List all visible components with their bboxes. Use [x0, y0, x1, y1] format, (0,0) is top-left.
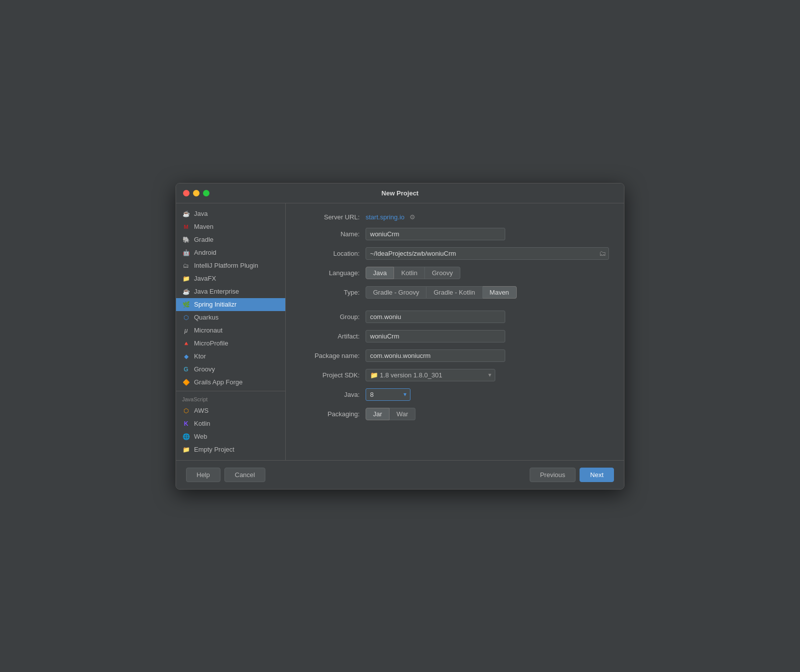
android-icon: 🤖 — [182, 249, 190, 257]
group-label: Group: — [301, 313, 366, 321]
maven-icon: M — [182, 223, 190, 231]
sidebar-item-label: JavaFX — [194, 275, 216, 282]
javafx-icon: 📁 — [182, 275, 190, 283]
close-button[interactable] — [183, 190, 190, 196]
package-name-row: Package name: — [301, 349, 609, 362]
minimize-button[interactable] — [193, 190, 200, 196]
sidebar-item-quarkus[interactable]: ⬡ Quarkus — [176, 311, 285, 324]
name-field-wrapper — [366, 228, 609, 240]
language-row: Language: Java Kotlin Groovy — [301, 267, 609, 279]
spacer — [301, 306, 609, 311]
sidebar-item-empty-project[interactable]: 📁 Empty Project — [176, 443, 285, 456]
artifact-row: Artifact: — [301, 330, 609, 342]
sidebar-section-javascript: JavaScript — [176, 393, 285, 404]
sidebar-item-label: Quarkus — [194, 314, 218, 321]
kotlin-icon: K — [182, 420, 190, 428]
maximize-button[interactable] — [203, 190, 209, 196]
microprofile-icon: 🔺 — [182, 339, 190, 347]
packaging-jar-button[interactable]: Jar — [366, 408, 390, 420]
sidebar-item-label: Kotlin — [194, 420, 210, 427]
language-java-button[interactable]: Java — [366, 267, 394, 279]
type-gradle-kotlin-button[interactable]: Gradle - Kotlin — [426, 286, 482, 299]
language-options: Java Kotlin Groovy — [366, 267, 609, 279]
footer-right: Previous Next — [530, 468, 614, 482]
package-name-field-wrapper — [366, 349, 609, 362]
name-input[interactable] — [366, 228, 505, 240]
package-name-label: Package name: — [301, 352, 366, 359]
previous-button[interactable]: Previous — [530, 468, 576, 482]
type-gradle-groovy-button[interactable]: Gradle - Groovy — [366, 286, 426, 299]
sidebar-item-aws[interactable]: ⬡ AWS — [176, 404, 285, 417]
type-label: Type: — [301, 286, 366, 296]
location-folder-icon[interactable]: 🗂 — [599, 249, 606, 257]
footer: Help Cancel Previous Next — [176, 460, 624, 489]
server-url-value: start.spring.io ⚙ — [366, 213, 609, 221]
sidebar-item-micronaut[interactable]: μ Micronaut — [176, 324, 285, 337]
ktor-icon: ◆ — [182, 352, 190, 360]
sidebar-item-label: Grails App Forge — [194, 378, 243, 386]
sidebar-item-java[interactable]: ☕ Java — [176, 207, 285, 220]
java-select[interactable]: 8 11 17 — [366, 388, 410, 401]
name-row: Name: — [301, 228, 609, 240]
type-options: Gradle - Groovy Gradle - Kotlin Maven — [366, 286, 609, 299]
java-select-wrapper: 8 11 17 — [366, 388, 410, 401]
java-row: Java: 8 11 17 — [301, 388, 609, 401]
sidebar-item-label: Empty Project — [194, 446, 234, 453]
packaging-label: Packaging: — [301, 410, 366, 418]
micronaut-icon: μ — [182, 327, 190, 335]
sidebar-item-maven[interactable]: M Maven — [176, 220, 285, 233]
sidebar-item-javafx[interactable]: 📁 JavaFX — [176, 272, 285, 285]
sidebar-item-label: Gradle — [194, 236, 213, 243]
sidebar-item-label: Maven — [194, 223, 213, 230]
next-button[interactable]: Next — [580, 468, 614, 482]
gradle-icon: 🐘 — [182, 236, 190, 244]
language-groovy-button[interactable]: Groovy — [425, 267, 460, 279]
group-input[interactable] — [366, 311, 505, 323]
packaging-button-group: Jar War — [366, 408, 609, 420]
sidebar-item-java-enterprise[interactable]: ☕ Java Enterprise — [176, 285, 285, 298]
artifact-input[interactable] — [366, 330, 505, 342]
sidebar-item-label: Spring Initializr — [194, 301, 236, 308]
group-row: Group: — [301, 311, 609, 323]
sidebar-item-label: Web — [194, 433, 207, 440]
sidebar: ☕ Java M Maven 🐘 Gradle 🤖 Android 🗂 Inte… — [176, 203, 286, 460]
packaging-row: Packaging: Jar War — [301, 408, 609, 420]
cancel-button[interactable]: Cancel — [224, 468, 265, 482]
sidebar-item-gradle[interactable]: 🐘 Gradle — [176, 233, 285, 246]
language-button-group: Java Kotlin Groovy — [366, 267, 609, 279]
project-sdk-label: Project SDK: — [301, 371, 366, 379]
packaging-options: Jar War — [366, 408, 609, 420]
sidebar-item-intellij-platform-plugin[interactable]: 🗂 IntelliJ Platform Plugin — [176, 259, 285, 272]
sidebar-item-label: Java — [194, 210, 207, 217]
type-button-group: Gradle - Groovy Gradle - Kotlin Maven — [366, 286, 609, 299]
server-url-label: Server URL: — [301, 213, 366, 221]
sidebar-item-label: IntelliJ Platform Plugin — [194, 262, 258, 269]
server-url-link[interactable]: start.spring.io — [366, 213, 404, 221]
packaging-war-button[interactable]: War — [390, 408, 415, 420]
type-row: Type: Gradle - Groovy Gradle - Kotlin Ma… — [301, 286, 609, 299]
language-kotlin-button[interactable]: Kotlin — [394, 267, 425, 279]
sidebar-item-android[interactable]: 🤖 Android — [176, 246, 285, 259]
sidebar-item-kotlin[interactable]: K Kotlin — [176, 417, 285, 430]
sidebar-item-label: Java Enterprise — [194, 288, 239, 295]
sidebar-item-spring-initializr[interactable]: 🌿 Spring Initializr — [176, 298, 285, 311]
footer-left: Help Cancel — [186, 468, 265, 482]
sidebar-item-label: MicroProfile — [194, 339, 228, 347]
sidebar-item-groovy[interactable]: G Groovy — [176, 363, 285, 376]
project-sdk-select[interactable]: 📁 1.8 version 1.8.0_301 — [366, 369, 495, 381]
sidebar-item-grails-app-forge[interactable]: 🔶 Grails App Forge — [176, 376, 285, 389]
aws-icon: ⬡ — [182, 407, 190, 415]
type-maven-button[interactable]: Maven — [483, 286, 517, 299]
sidebar-item-microprofile[interactable]: 🔺 MicroProfile — [176, 337, 285, 350]
gear-icon[interactable]: ⚙ — [409, 213, 415, 221]
artifact-field-wrapper — [366, 330, 609, 342]
project-sdk-row: Project SDK: 📁 1.8 version 1.8.0_301 — [301, 369, 609, 381]
java-icon: ☕ — [182, 210, 190, 218]
sidebar-item-web[interactable]: 🌐 Web — [176, 430, 285, 443]
package-name-input[interactable] — [366, 349, 505, 362]
location-input[interactable] — [366, 247, 609, 260]
location-label: Location: — [301, 250, 366, 257]
sidebar-item-ktor[interactable]: ◆ Ktor — [176, 350, 285, 363]
help-button[interactable]: Help — [186, 468, 220, 482]
location-field-wrapper: 🗂 — [366, 247, 609, 260]
